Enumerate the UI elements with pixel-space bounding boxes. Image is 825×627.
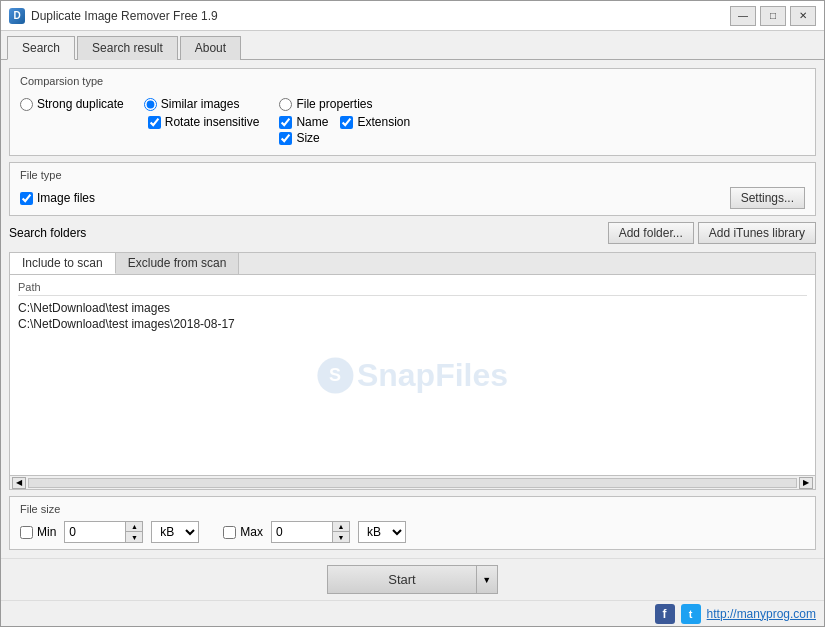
radio-similar-images[interactable]: Similar images xyxy=(144,97,260,111)
tab-about[interactable]: About xyxy=(180,36,241,60)
settings-button[interactable]: Settings... xyxy=(730,187,805,209)
comparison-options: Strong duplicate Similar images Rotate i… xyxy=(20,93,805,149)
file-props-row1: Name Extension xyxy=(279,115,410,129)
image-files-label: Image files xyxy=(37,191,95,205)
facebook-icon[interactable]: f xyxy=(655,604,675,624)
window-controls: — □ ✕ xyxy=(730,6,816,26)
image-files-checkbox-input[interactable] xyxy=(20,192,33,205)
radio-similar-label: Similar images xyxy=(161,97,240,111)
min-spin-arrows: ▲ ▼ xyxy=(125,522,142,542)
radio-file-properties[interactable]: File properties xyxy=(279,97,410,111)
max-unit-select[interactable]: kB MB GB xyxy=(358,521,406,543)
radio-strong-label: Strong duplicate xyxy=(37,97,124,111)
footer: f t http://manyprog.com xyxy=(1,600,824,626)
horizontal-scrollbar[interactable]: ◀ ▶ xyxy=(10,475,815,489)
max-checkbox[interactable]: Max xyxy=(223,525,263,539)
scroll-track[interactable] xyxy=(28,478,797,488)
checkbox-rotate-insensitive[interactable]: Rotate insensitive xyxy=(148,115,260,129)
file-type-section: File type Image files Settings... xyxy=(9,162,816,216)
folders-section: Include to scan Exclude from scan Path C… xyxy=(9,252,816,490)
folder-item-0: C:\NetDownload\test images xyxy=(18,300,807,316)
main-content: Comparsion type Strong duplicate Similar… xyxy=(1,60,824,558)
min-spin-down[interactable]: ▼ xyxy=(126,532,142,542)
footer-link[interactable]: http://manyprog.com xyxy=(707,607,816,621)
min-unit-select[interactable]: kB MB GB xyxy=(151,521,199,543)
radio-file-props-label: File properties xyxy=(296,97,372,111)
max-spin-arrows: ▲ ▼ xyxy=(332,522,349,542)
min-spinbox[interactable]: ▲ ▼ xyxy=(64,521,143,543)
file-type-label: File type xyxy=(20,169,805,181)
min-value-input[interactable] xyxy=(65,522,125,542)
scroll-right-arrow[interactable]: ▶ xyxy=(799,477,813,489)
rotate-insensitive-label: Rotate insensitive xyxy=(165,115,260,129)
close-button[interactable]: ✕ xyxy=(790,6,816,26)
max-value-input[interactable] xyxy=(272,522,332,542)
file-size-section: File size Min ▲ ▼ kB MB GB xyxy=(9,496,816,550)
bottom-bar: Start ▼ xyxy=(1,558,824,600)
file-size-row: Min ▲ ▼ kB MB GB Max xyxy=(20,521,805,543)
app-icon: D xyxy=(9,8,25,24)
min-spin-up[interactable]: ▲ xyxy=(126,522,142,532)
min-label: Min xyxy=(37,525,56,539)
radio-strong-input[interactable] xyxy=(20,98,33,111)
max-spinbox[interactable]: ▲ ▼ xyxy=(271,521,350,543)
watermark-icon: S xyxy=(317,357,353,393)
checkbox-name[interactable]: Name xyxy=(279,115,328,129)
file-props-options: Name Extension Size xyxy=(279,115,410,145)
window-title: Duplicate Image Remover Free 1.9 xyxy=(31,9,730,23)
add-folder-button[interactable]: Add folder... xyxy=(608,222,694,244)
file-size-label: File size xyxy=(20,503,805,515)
comparison-section: Comparsion type Strong duplicate Similar… xyxy=(9,68,816,156)
size-checkbox-label: Size xyxy=(296,131,319,145)
radio-file-props-input[interactable] xyxy=(279,98,292,111)
max-spin-up[interactable]: ▲ xyxy=(333,522,349,532)
tab-search-result[interactable]: Search result xyxy=(77,36,178,60)
name-checkbox-label: Name xyxy=(296,115,328,129)
size-checkbox-input[interactable] xyxy=(279,132,292,145)
file-type-row: Image files Settings... xyxy=(20,187,805,209)
file-type-left: Image files xyxy=(20,191,95,205)
checkbox-size[interactable]: Size xyxy=(279,131,410,145)
main-tabs-bar: Search Search result About xyxy=(1,31,824,60)
radio-strong-duplicate[interactable]: Strong duplicate xyxy=(20,97,124,111)
inner-tab-exclude[interactable]: Exclude from scan xyxy=(116,253,240,274)
search-folders-header: Search folders Add folder... Add iTunes … xyxy=(9,222,816,244)
folder-buttons: Add folder... Add iTunes library xyxy=(608,222,816,244)
max-checkbox-input[interactable] xyxy=(223,526,236,539)
watermark-text: SnapFiles xyxy=(357,357,508,394)
max-spin-down[interactable]: ▼ xyxy=(333,532,349,542)
minimize-button[interactable]: — xyxy=(730,6,756,26)
extension-checkbox-input[interactable] xyxy=(340,116,353,129)
main-window: D Duplicate Image Remover Free 1.9 — □ ✕… xyxy=(0,0,825,627)
max-label: Max xyxy=(240,525,263,539)
tab-search[interactable]: Search xyxy=(7,36,75,60)
start-btn-group: Start ▼ xyxy=(327,565,497,594)
title-bar: D Duplicate Image Remover Free 1.9 — □ ✕ xyxy=(1,1,824,31)
folder-list-area[interactable]: Path C:\NetDownload\test images C:\NetDo… xyxy=(10,275,815,475)
similar-col: Similar images Rotate insensitive xyxy=(144,97,260,129)
file-props-col: File properties Name Extension xyxy=(279,97,410,145)
inner-tabs-bar: Include to scan Exclude from scan xyxy=(10,253,815,275)
comparison-label: Comparsion type xyxy=(20,75,805,87)
scroll-left-arrow[interactable]: ◀ xyxy=(12,477,26,489)
search-folders-container: Search folders Add folder... Add iTunes … xyxy=(9,222,816,490)
path-column-header: Path xyxy=(18,279,807,296)
twitter-icon[interactable]: t xyxy=(681,604,701,624)
name-checkbox-input[interactable] xyxy=(279,116,292,129)
min-checkbox[interactable]: Min xyxy=(20,525,56,539)
checkbox-extension[interactable]: Extension xyxy=(340,115,410,129)
start-dropdown-button[interactable]: ▼ xyxy=(476,565,498,594)
extension-checkbox-label: Extension xyxy=(357,115,410,129)
similar-sub-options: Rotate insensitive xyxy=(148,115,260,129)
inner-tab-include[interactable]: Include to scan xyxy=(10,253,116,274)
maximize-button[interactable]: □ xyxy=(760,6,786,26)
add-itunes-button[interactable]: Add iTunes library xyxy=(698,222,816,244)
rotate-insensitive-input[interactable] xyxy=(148,116,161,129)
search-folders-label: Search folders xyxy=(9,226,86,240)
start-button[interactable]: Start xyxy=(327,565,475,594)
checkbox-image-files[interactable]: Image files xyxy=(20,191,95,205)
watermark: S SnapFiles xyxy=(317,357,508,394)
min-checkbox-input[interactable] xyxy=(20,526,33,539)
radio-similar-input[interactable] xyxy=(144,98,157,111)
folder-item-1: C:\NetDownload\test images\2018-08-17 xyxy=(18,316,807,332)
